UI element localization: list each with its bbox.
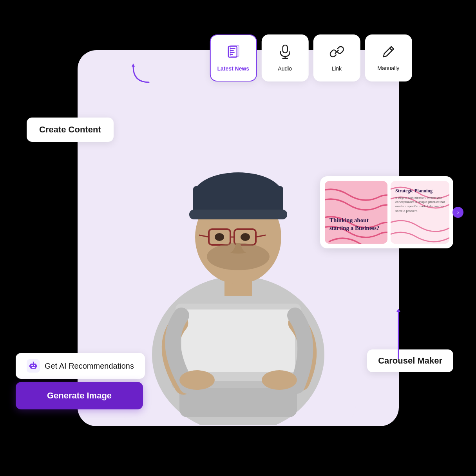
slide2-text: Strategic Planning It begins with ideati…: [395, 188, 446, 213]
svg-point-19: [179, 370, 215, 390]
svg-marker-31: [132, 63, 135, 67]
svg-point-20: [262, 370, 297, 390]
svg-rect-7: [189, 210, 287, 219]
svg-rect-36: [30, 364, 36, 369]
generate-image-button[interactable]: Generate Image: [16, 382, 143, 409]
ai-robot-icon: [27, 359, 40, 373]
carousel-next-arrow[interactable]: ›: [452, 207, 463, 218]
link-icon: [329, 45, 344, 62]
news-icon: [226, 45, 240, 62]
card-latest-news[interactable]: Latest News: [210, 34, 257, 81]
card-link-label: Link: [331, 65, 342, 72]
create-content-button[interactable]: Create Content: [27, 118, 114, 142]
svg-rect-43: [36, 365, 37, 367]
card-audio[interactable]: Audio: [261, 34, 308, 81]
card-manually-label: Manually: [377, 65, 399, 71]
svg-marker-35: [396, 309, 400, 312]
carousel-maker-arrow: [395, 308, 402, 360]
svg-rect-42: [29, 365, 30, 367]
svg-point-14: [241, 233, 250, 241]
carousel-slide-2: Strategic Planning It begins with ideati…: [391, 181, 449, 244]
svg-rect-39: [32, 367, 35, 368]
microphone-icon: [279, 45, 291, 62]
svg-point-41: [33, 362, 34, 363]
pencil-icon: [382, 45, 395, 61]
card-audio-label: Audio: [278, 65, 292, 72]
svg-line-30: [389, 48, 392, 51]
carousel-slide-1: Thinking about starting a Business?: [325, 181, 387, 244]
card-link[interactable]: Link: [313, 34, 360, 81]
svg-point-38: [34, 365, 35, 366]
person-image: [121, 72, 356, 425]
card-manually[interactable]: Manually: [365, 34, 412, 81]
svg-point-37: [31, 365, 33, 366]
svg-point-15: [207, 243, 270, 270]
svg-rect-22: [230, 48, 235, 49]
svg-rect-27: [282, 45, 287, 53]
ai-recommendations-button[interactable]: Get AI Recommendations: [16, 353, 145, 379]
svg-rect-6: [193, 186, 283, 214]
carousel-preview: Thinking about starting a Business? Stra…: [320, 176, 453, 248]
slide1-text: Thinking about starting a Business?: [329, 217, 383, 232]
svg-rect-17: [181, 309, 295, 372]
scene: Latest News Audio: [0, 0, 476, 476]
slide1-pattern: [325, 181, 387, 244]
svg-point-13: [215, 233, 224, 241]
card-latest-news-label: Latest News: [217, 65, 249, 72]
content-types-row: Latest News Audio: [210, 34, 412, 81]
carousel-maker-label: Carousel Maker: [367, 349, 453, 372]
arrow-connector: [121, 63, 153, 88]
